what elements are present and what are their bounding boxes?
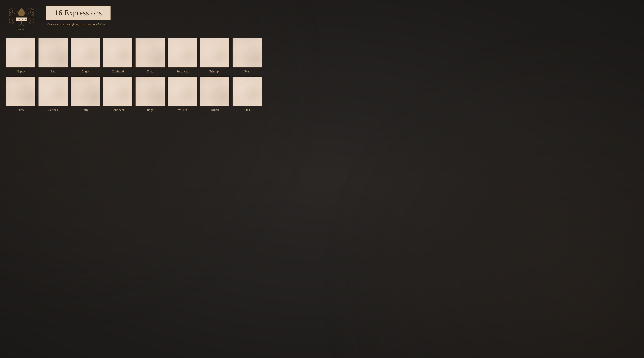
expression-row-1: HappySadAngryConfusedTiredSurprisedTrium…	[6, 38, 638, 73]
expression-item-triumph: Triumph	[200, 38, 230, 73]
expressions-grid: HappySadAngryConfusedTiredSurprisedTrium…	[6, 38, 638, 112]
expression-label-tired: Tired	[147, 70, 154, 73]
expression-box-serious[interactable]	[38, 76, 68, 106]
expression-box-drunk[interactable]	[200, 76, 230, 106]
page-description: Draw your character fitting the expressi…	[46, 23, 105, 26]
expression-box-flirty[interactable]	[6, 76, 36, 106]
expression-label-rage: Rage	[147, 108, 153, 112]
expression-item-confident: Confident	[103, 76, 133, 112]
expression-item-sick: Sick	[232, 76, 262, 112]
expression-item-rage: Rage	[135, 76, 165, 112]
expression-item-fear: Fear	[232, 38, 262, 73]
expression-item-surprised: Surprised	[168, 38, 198, 73]
page-title: 16 Expressions	[55, 9, 102, 17]
expression-item-angry: Angry	[70, 38, 100, 73]
expression-box-surprised[interactable]	[168, 38, 198, 68]
expression-label-drunk: Drunk	[211, 108, 219, 112]
expression-label-silly: Silly	[82, 108, 88, 112]
expression-box-silly[interactable]	[70, 76, 100, 106]
expression-item-silly: Silly	[70, 76, 100, 112]
expression-label-flirty: Flirty	[17, 108, 24, 112]
title-box: 16 Expressions	[46, 6, 111, 20]
expression-box-happy[interactable]	[6, 38, 36, 68]
expression-box-triumph[interactable]	[200, 38, 230, 68]
expression-box-fear[interactable]	[232, 38, 262, 68]
svg-text:ETHERNITAS: ETHERNITAS	[16, 19, 27, 20]
expression-box-angry[interactable]	[70, 38, 100, 68]
expression-label-confused: Confused	[112, 70, 124, 73]
expression-label-sad: Sad	[51, 70, 56, 73]
expression-label-confident: Confident	[112, 108, 124, 112]
expression-label-triumph: Triumph	[209, 70, 220, 73]
expression-box-sad[interactable]	[38, 38, 68, 68]
logo-area: ETHERNITAS Meme	[6, 4, 37, 31]
expression-box-confused[interactable]	[103, 38, 133, 68]
expression-item-tired: Tired	[135, 38, 165, 73]
expression-box-rage[interactable]	[135, 76, 165, 106]
logo-emblem: ETHERNITAS	[7, 4, 36, 27]
expression-item-sad: Sad	[38, 38, 68, 73]
expression-row-2: FlirtySeriousSillyConfidentRageWTF?!Drun…	[6, 76, 638, 112]
expression-label-sick: Sick	[244, 108, 250, 112]
title-section: 16 Expressions Draw your character fitti…	[46, 4, 638, 26]
brand-subtitle: Meme	[18, 28, 24, 31]
expression-label-happy: Happy	[16, 70, 25, 73]
expression-box-confident[interactable]	[103, 76, 133, 106]
expression-label-angry: Angry	[82, 70, 90, 73]
expression-box-wtf[interactable]	[168, 76, 198, 106]
expression-label-fear: Fear	[244, 70, 250, 73]
expression-label-wtf: WTF?!	[178, 108, 187, 112]
expression-box-tired[interactable]	[135, 38, 165, 68]
expression-item-wtf: WTF?!	[168, 76, 198, 112]
expression-label-surprised: Surprised	[176, 70, 188, 73]
expression-item-flirty: Flirty	[6, 76, 36, 112]
header: ETHERNITAS Meme 16 Expressions Draw your…	[6, 4, 638, 31]
expression-item-drunk: Drunk	[200, 76, 230, 112]
expression-item-confused: Confused	[103, 38, 133, 73]
expression-item-serious: Serious	[38, 76, 68, 112]
expression-box-sick[interactable]	[232, 76, 262, 106]
expression-item-happy: Happy	[6, 38, 36, 73]
expression-label-serious: Serious	[48, 108, 58, 112]
